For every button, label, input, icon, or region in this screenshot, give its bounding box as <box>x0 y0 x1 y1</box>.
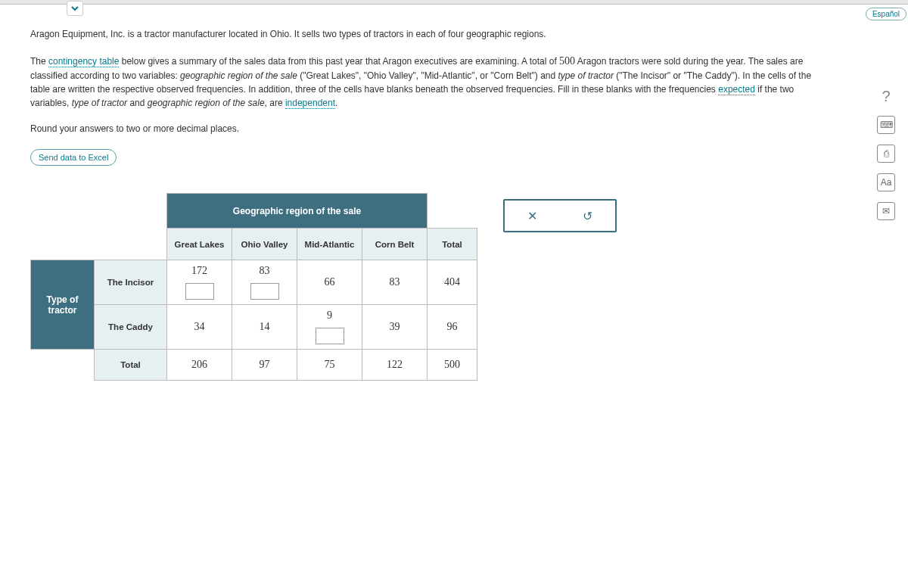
cell-caddy-cb: 39 <box>362 305 428 350</box>
corner-blank-bottom <box>31 350 95 381</box>
italic-tractor: type of tractor <box>558 70 614 81</box>
corner-blank <box>31 194 167 260</box>
table-area: Geographic region of the sale Great Lake… <box>30 193 823 381</box>
calculator-icon[interactable]: ⌨ <box>877 116 895 134</box>
cell-incisor-cb: 83 <box>362 260 428 305</box>
send-to-excel-button[interactable]: Send data to Excel <box>30 149 117 166</box>
cell-total-total: 500 <box>428 350 477 381</box>
total-cb: 122 <box>387 359 403 371</box>
total-ov: 97 <box>260 359 270 371</box>
link-independent[interactable]: independent <box>285 98 335 109</box>
total-ma: 75 <box>325 359 335 371</box>
italic-tractor-2: type of tractor <box>72 98 127 108</box>
paragraph-2: The contingency table below gives a summ… <box>30 53 823 110</box>
table-row-incisor: Type of tractor The Incisor 172 83 <box>31 260 477 305</box>
input-expected-incisor-gl[interactable] <box>185 283 214 300</box>
contingency-table-wrap: Geographic region of the sale Great Lake… <box>30 193 477 381</box>
grand-total: 500 <box>444 359 460 371</box>
table-row-total: Total 206 97 75 122 500 <box>31 350 477 381</box>
text: The <box>30 56 48 67</box>
rounding-instruction: Round your answers to two or more decima… <box>30 122 823 135</box>
row-header-caddy: The Caddy <box>95 305 167 350</box>
cell-caddy-ov: 14 <box>232 305 297 350</box>
section-dropdown-toggle[interactable] <box>67 1 83 16</box>
italic-region-2: geographic region of the sale <box>148 98 265 108</box>
text: ("Great Lakes", "Ohio Valley", "Mid-Atla… <box>297 70 558 81</box>
total-gl: 206 <box>191 359 207 371</box>
link-contingency-table[interactable]: contingency table <box>48 56 119 67</box>
cell-incisor-total: 404 <box>428 260 477 305</box>
cell-total-ov: 97 <box>232 350 297 381</box>
contingency-table: Geographic region of the sale Great Lake… <box>30 193 477 381</box>
cell-caddy-total: 96 <box>428 305 477 350</box>
obs-incisor-gl: 172 <box>191 265 207 277</box>
text: Aragon Equipment, Inc. is a tractor manu… <box>30 29 546 39</box>
cell-total-ma: 75 <box>297 350 362 381</box>
chevron-down-icon <box>70 4 79 13</box>
obs-incisor-ma: 66 <box>325 276 335 288</box>
col-header-gl: Great Lakes <box>167 229 232 260</box>
total-incisor: 404 <box>444 276 460 288</box>
mail-icon[interactable]: ✉ <box>877 202 895 220</box>
input-expected-incisor-ov[interactable] <box>250 283 279 300</box>
undo-icon: ↺ <box>583 209 592 223</box>
help-icon[interactable]: ? <box>877 87 895 105</box>
row-header-incisor: The Incisor <box>95 260 167 305</box>
problem-content: Aragon Equipment, Inc. is a tractor manu… <box>0 5 854 388</box>
close-icon: ✕ <box>527 209 537 223</box>
col-header-cb: Corn Belt <box>362 229 428 260</box>
col-header-ma: Mid-Atlantic <box>297 229 362 260</box>
obs-incisor-ov: 83 <box>260 265 270 277</box>
input-expected-caddy-ma[interactable] <box>316 328 344 344</box>
obs-caddy-ma: 9 <box>327 310 332 322</box>
cell-incisor-ov: 83 <box>232 260 297 305</box>
right-rail: Español ? ⌨ ⎙ Aa ✉ <box>870 8 902 220</box>
cell-incisor-ma: 66 <box>297 260 362 305</box>
col-header-total: Total <box>428 229 477 260</box>
col-header-ov: Ohio Valley <box>232 229 297 260</box>
text: , are <box>265 98 285 108</box>
text: . <box>335 98 337 108</box>
row-group-header: Type of tractor <box>31 260 95 350</box>
text: below gives a summary of the sales data … <box>119 56 559 67</box>
clear-button[interactable]: ✕ <box>522 205 543 226</box>
obs-caddy-gl: 34 <box>194 321 205 333</box>
obs-caddy-ov: 14 <box>260 321 270 333</box>
language-button[interactable]: Español <box>866 8 906 20</box>
font-size-icon[interactable]: Aa <box>877 173 895 191</box>
cell-incisor-gl: 172 <box>167 260 232 305</box>
cell-total-cb: 122 <box>362 350 428 381</box>
table-row-caddy: The Caddy 34 14 9 <box>31 305 477 350</box>
row-header-total: Total <box>95 350 167 381</box>
obs-incisor-cb: 83 <box>390 276 400 288</box>
corner-blank-right <box>428 194 477 229</box>
total-caddy: 96 <box>447 321 458 333</box>
col-group-header: Geographic region of the sale <box>167 194 428 229</box>
reset-button[interactable]: ↺ <box>577 205 599 226</box>
tool-panel: ✕ ↺ <box>503 199 617 232</box>
cell-caddy-gl: 34 <box>167 305 232 350</box>
cell-total-gl: 206 <box>167 350 232 381</box>
italic-region: geographic region of the sale <box>180 70 297 81</box>
cell-caddy-ma: 9 <box>297 305 362 350</box>
text: and <box>127 98 148 108</box>
obs-caddy-cb: 39 <box>390 321 400 333</box>
link-expected[interactable]: expected <box>718 84 755 95</box>
paragraph-1: Aragon Equipment, Inc. is a tractor manu… <box>30 27 823 41</box>
number-total: 500 <box>559 55 575 67</box>
print-icon[interactable]: ⎙ <box>877 145 895 163</box>
